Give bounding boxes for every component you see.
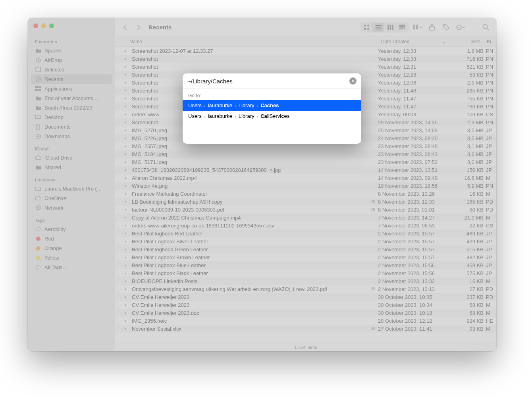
view-list[interactable] <box>372 23 384 32</box>
sidebar-item[interactable]: Selected <box>31 65 112 74</box>
file-row[interactable]: ▪ScreenshotYesterday, 12:31521 KBPN <box>115 63 496 71</box>
sidebar-item[interactable]: Downloads <box>31 131 112 141</box>
file-date: 23 November 2023, 08:48 <box>378 143 449 149</box>
file-row[interactable]: ▪IMG_2355.heic28 October 2023, 12:12924 … <box>115 317 496 325</box>
file-icon: ▪ <box>121 48 129 53</box>
file-row[interactable]: ▪November Social.xlsx✉27 October 2023, 1… <box>115 325 496 333</box>
file-row[interactable]: ▪400173438_18320320684109236_54376200281… <box>115 166 496 174</box>
col-size[interactable]: Size <box>449 37 484 46</box>
sidebar-item[interactable]: Shared <box>31 162 112 172</box>
sidebar-item[interactable]: Laura's MacBook Pro (… <box>31 184 112 193</box>
sidebar-item[interactable]: Red <box>31 234 112 243</box>
svg-rect-13 <box>364 25 366 27</box>
sidebar-item-label: Documents <box>44 124 71 130</box>
sidebar-item[interactable]: OneDrive <box>31 193 112 203</box>
file-row[interactable]: ▪Best Pilot logbook Green Leather2 Novem… <box>115 245 496 253</box>
file-row[interactable]: ▪Best Pilot Logbook Black Leather2 Novem… <box>115 269 496 277</box>
file-row[interactable]: ▪IMG_5171.jpeg23 November 2023, 07:523,2… <box>115 158 496 166</box>
sidebar-item[interactable]: Applications <box>31 84 112 93</box>
file-row[interactable]: ▪IMG_5184.jpeg23 November 2023, 08:423,6… <box>115 150 496 158</box>
forward-button[interactable] <box>133 22 144 33</box>
svg-rect-10 <box>36 187 40 190</box>
sidebar-item[interactable]: End of year Accounts… <box>31 93 112 103</box>
file-icon: ▪ <box>121 144 129 148</box>
group-menu[interactable] <box>412 23 423 32</box>
sidebar-item[interactable]: Yellow <box>31 253 112 262</box>
clear-input-button[interactable]: ✕ <box>349 77 357 85</box>
file-row[interactable]: ▪Freelance Marketing Coordinator8 Novemb… <box>115 190 496 198</box>
file-date: 2 November 2023, 13:32 <box>378 278 449 284</box>
sidebar-item[interactable]: South Africa 2022/23 <box>31 103 112 112</box>
doc-icon <box>35 123 41 130</box>
file-row[interactable]: ▪orders-www-ailerongroup-co-uk-169611120… <box>115 221 496 229</box>
col-date[interactable]: Date Created⌄ <box>378 37 449 46</box>
file-icon: ▪ <box>121 326 129 331</box>
file-row[interactable]: ▪Best Pilot logbook Red Leather2 Novembe… <box>115 229 496 237</box>
file-kind: PN <box>484 80 496 86</box>
file-date: Yesterday, 11:47 <box>378 104 449 110</box>
file-row[interactable]: ▪Ontvangstbevestiging aanvraag uitkering… <box>115 285 496 293</box>
sidebar-item[interactable]: Network <box>31 203 112 212</box>
file-name: November Social.xlsx <box>132 326 368 332</box>
file-row[interactable]: ▪Copy of Aileron 2022 Christmas Campaign… <box>115 214 496 221</box>
sidebar-item[interactable]: Orange <box>31 243 112 253</box>
file-row[interactable]: ▪Best Pilot Logbook Brown Leather2 Novem… <box>115 253 496 261</box>
goto-suggestion[interactable]: Users›lauraburke›Library›Caches <box>183 100 361 111</box>
sidebar-item[interactable]: iCloud Drive <box>31 153 112 162</box>
maximize-button[interactable] <box>49 23 54 28</box>
col-kind[interactable]: Ki <box>484 37 496 46</box>
file-date: 10 November 2023, 18:56 <box>378 183 449 189</box>
file-name: 400173438_18320320684109236_543762002816… <box>132 167 368 173</box>
clock-icon <box>35 76 41 82</box>
sidebar-item[interactable]: All Tags… <box>31 262 112 272</box>
view-columns[interactable] <box>384 23 396 32</box>
file-size: 459 KB <box>449 262 484 268</box>
sidebar-item[interactable]: Documents <box>31 122 112 131</box>
file-name: orders-www-ailerongroup-co-uk-1696111200… <box>132 223 368 229</box>
view-icons[interactable] <box>360 23 372 32</box>
view-gallery[interactable] <box>396 23 408 32</box>
file-row[interactable]: ▪Best Pilot Logbook Silver Leather2 Nove… <box>115 237 496 245</box>
sidebar-item[interactable]: Aerobility <box>31 224 112 234</box>
file-row[interactable]: ▪Aileron Christmas 2022.mp414 November 2… <box>115 174 496 182</box>
file-size: 2,9 MB <box>449 80 484 86</box>
file-row[interactable]: ▪LB Beeindiging lidmaatschap ASH copy✉8 … <box>115 198 496 206</box>
goto-suggestion[interactable]: Users›lauraburke›Library›CallServices <box>183 111 361 121</box>
file-row[interactable]: ▪CV Emile Herweijer 202330 October 2023,… <box>115 293 496 301</box>
file-icon: ▪ <box>121 231 129 236</box>
file-icon: ▪ <box>121 128 129 133</box>
file-row[interactable]: ▪Best Pilot Logbook Blue Leather2 Novemb… <box>115 261 496 269</box>
file-name: BIOEUROPE Linkedin Posts <box>132 278 368 284</box>
file-name: Freelance Marketing Coordinator <box>132 191 368 197</box>
file-row[interactable]: ▪Screenshot 2023-12-07 at 12.33.27Yester… <box>115 47 496 55</box>
tags-button[interactable] <box>441 23 452 32</box>
file-icon: ▪ <box>121 183 129 188</box>
file-date: Yesterday, 12:29 <box>378 72 449 78</box>
file-row[interactable]: ▪Winston 4e.png10 November 2023, 18:565,… <box>115 182 496 190</box>
col-name[interactable]: Name <box>115 37 378 46</box>
file-size: 16,6 MB <box>449 175 484 181</box>
share-button[interactable] <box>426 23 438 32</box>
sidebar-section-title: Favourites <box>35 39 112 44</box>
sidebar-item[interactable]: Desktop <box>31 112 112 122</box>
action-menu[interactable] <box>455 23 466 32</box>
file-row[interactable]: ▪BIOEUROPE Linkedin Posts2 November 2023… <box>115 277 496 285</box>
file-row[interactable]: ▪ScreenshotYesterday, 12:33716 KBPN <box>115 55 496 63</box>
goto-path-input[interactable] <box>187 78 346 85</box>
close-button[interactable] <box>33 23 38 28</box>
back-button[interactable] <box>120 22 130 33</box>
sidebar-item[interactable]: Spaces <box>31 46 112 55</box>
file-kind: JP <box>484 254 496 260</box>
search-button[interactable] <box>480 23 492 32</box>
file-name: Ontvangstbevestiging aanvraag uitkering … <box>132 286 368 292</box>
file-row[interactable]: ▪factuur-NL000089-10-2023-0005303.pdf✉8 … <box>115 206 496 214</box>
grid-icon <box>35 85 41 92</box>
file-kind: JP <box>484 159 496 165</box>
sidebar-item[interactable]: Recents <box>31 74 112 84</box>
file-kind: JP <box>484 262 496 268</box>
tag-icon <box>35 245 41 251</box>
file-row[interactable]: ▪CV Emile Herweijer 202330 October 2023,… <box>115 301 496 309</box>
minimize-button[interactable] <box>41 23 46 28</box>
sidebar-item[interactable]: AirDrop <box>31 55 112 65</box>
file-row[interactable]: ▪CV Emile Herweijer 2023.doc30 October 2… <box>115 309 496 317</box>
